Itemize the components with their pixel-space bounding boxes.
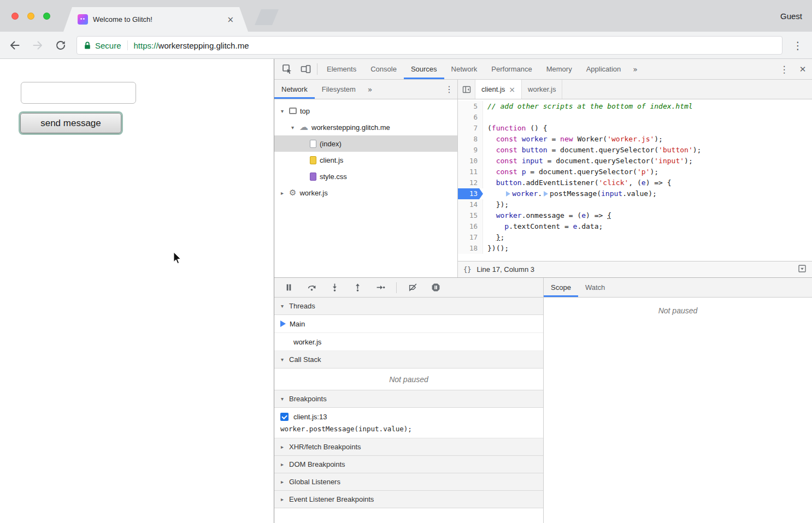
step-over-icon[interactable] bbox=[301, 280, 322, 295]
code-token: worker bbox=[522, 135, 548, 143]
code-token bbox=[487, 233, 496, 241]
navigator-more-chevron-icon[interactable]: » bbox=[363, 80, 378, 99]
threads-section-header[interactable]: ▾ Threads bbox=[274, 298, 543, 315]
line-number[interactable]: 17 bbox=[458, 232, 483, 243]
tree-item-worker.js[interactable]: ▸⚙worker.js bbox=[274, 185, 457, 201]
tree-item-style.css[interactable]: style.css bbox=[274, 168, 457, 185]
breakpoints-section-header[interactable]: ▾ Breakpoints bbox=[274, 390, 543, 408]
collapsed-arrow-icon: ▸ bbox=[279, 444, 286, 450]
forward-button[interactable] bbox=[31, 39, 44, 52]
devtools-tab-application[interactable]: Application bbox=[579, 59, 628, 79]
devtools-tab-performance[interactable]: Performance bbox=[484, 59, 539, 79]
pause-icon[interactable] bbox=[278, 280, 299, 295]
breakpoint-code-snippet[interactable]: worker.postMessage(input.value); bbox=[274, 425, 543, 433]
line-number[interactable]: 10 bbox=[458, 156, 483, 167]
code-token: ); bbox=[654, 135, 663, 143]
devtools-tab-sources[interactable]: Sources bbox=[404, 59, 444, 79]
devtools-tab-network[interactable]: Network bbox=[444, 59, 485, 79]
line-number[interactable]: 6 bbox=[458, 112, 483, 123]
window-minimize-button[interactable] bbox=[27, 13, 34, 20]
tab-close-icon[interactable]: × bbox=[227, 15, 234, 25]
editor-tab-client.js[interactable]: client.js× bbox=[475, 80, 522, 99]
url-scheme: https:// bbox=[134, 41, 158, 50]
call-stack-section-header[interactable]: ▾ Call Stack bbox=[274, 351, 543, 369]
devtools-tab-console[interactable]: Console bbox=[363, 59, 404, 79]
secure-label[interactable]: Secure bbox=[95, 41, 121, 50]
message-input[interactable] bbox=[21, 82, 136, 104]
new-tab-button[interactable] bbox=[255, 9, 279, 25]
guest-profile-label[interactable]: Guest bbox=[780, 0, 802, 32]
code-editor[interactable]: 5// add other scripts at the bottom of i… bbox=[458, 99, 812, 261]
device-toolbar-icon[interactable] bbox=[296, 59, 315, 79]
tree-item-client.js[interactable]: client.js bbox=[274, 152, 457, 168]
gear-icon: ⚙ bbox=[289, 189, 296, 197]
line-number[interactable]: 12 bbox=[458, 177, 483, 188]
tree-item-top[interactable]: ▾top bbox=[274, 103, 457, 119]
sidebar-tab-watch[interactable]: Watch bbox=[578, 278, 612, 297]
devtools-close-icon[interactable]: ✕ bbox=[793, 59, 812, 79]
thread-item-main[interactable]: Main bbox=[274, 315, 543, 333]
thread-item-worker.js[interactable]: worker.js bbox=[274, 333, 543, 351]
more-tabs-chevron-icon[interactable]: » bbox=[628, 59, 643, 79]
line-number[interactable]: 11 bbox=[458, 167, 483, 177]
code-token: .textContent = bbox=[509, 222, 573, 230]
browser-menu-icon[interactable]: ⋮ bbox=[791, 39, 804, 52]
deactivate-breakpoints-icon[interactable] bbox=[402, 280, 423, 295]
line-number[interactable]: 15 bbox=[458, 210, 483, 221]
navigator-tab-network[interactable]: Network bbox=[274, 80, 315, 99]
window-close-button[interactable] bbox=[11, 13, 19, 20]
navigator-tab-filesystem[interactable]: Filesystem bbox=[315, 80, 363, 99]
send-message-button[interactable]: send message bbox=[20, 113, 121, 133]
breakpoint-checkbox[interactable] bbox=[280, 413, 289, 421]
sidebar-tab-scope[interactable]: Scope bbox=[544, 278, 578, 297]
section-header-xhr-fetch-breakpoints[interactable]: ▸XHR/fetch Breakpoints bbox=[274, 438, 543, 456]
line-number[interactable]: 16 bbox=[458, 221, 483, 232]
url-text[interactable]: https://workerstepping.glitch.me bbox=[134, 41, 249, 50]
step-out-icon[interactable] bbox=[346, 280, 368, 295]
section-header-dom-breakpoints[interactable]: ▸DOM Breakpoints bbox=[274, 456, 543, 473]
editor-tab-worker.js[interactable]: worker.js bbox=[522, 80, 562, 99]
tree-item-workerstepping.glitch.me[interactable]: ▾☁workerstepping.glitch.me bbox=[274, 119, 457, 135]
line-number[interactable]: 8 bbox=[458, 134, 483, 145]
address-bar[interactable]: Secure https://workerstepping.glitch.me bbox=[77, 36, 782, 55]
code-line-14: 14 }); bbox=[458, 199, 812, 210]
code-token: }); bbox=[487, 200, 509, 209]
close-tab-icon[interactable]: × bbox=[509, 85, 515, 94]
devtools-tab-memory[interactable]: Memory bbox=[539, 59, 579, 79]
browser-tab[interactable]: Welcome to Glitch! × bbox=[63, 7, 248, 32]
devtools-menu-icon[interactable]: ⋮ bbox=[775, 59, 793, 79]
expanded-arrow-icon[interactable]: ▾ bbox=[279, 108, 286, 114]
breakpoint-line-number[interactable]: 13 bbox=[458, 188, 483, 199]
breakpoint-location-label[interactable]: client.js:13 bbox=[293, 413, 327, 421]
inspect-element-icon[interactable] bbox=[278, 59, 296, 79]
pause-on-exceptions-icon[interactable] bbox=[425, 280, 446, 295]
toolbar-separator bbox=[396, 282, 397, 293]
back-button[interactable] bbox=[8, 39, 21, 52]
inline-breakpoint-marker-icon[interactable] bbox=[544, 191, 548, 197]
step-icon[interactable] bbox=[369, 280, 391, 295]
inline-breakpoint-marker-icon[interactable] bbox=[506, 191, 510, 197]
browser-toolbar: Secure https://workerstepping.glitch.me … bbox=[0, 32, 812, 59]
line-number[interactable]: 5 bbox=[458, 101, 483, 112]
reload-button[interactable] bbox=[54, 39, 67, 52]
expanded-arrow-icon[interactable]: ▾ bbox=[289, 124, 296, 130]
code-token: ); bbox=[650, 168, 658, 176]
collapsed-arrow-icon[interactable]: ▸ bbox=[279, 190, 286, 196]
section-header-event-listener-breakpoints[interactable]: ▸Event Listener Breakpoints bbox=[274, 491, 543, 508]
code-token: })(); bbox=[487, 244, 509, 252]
navigator-menu-icon[interactable]: ⋮ bbox=[441, 80, 457, 99]
line-number[interactable]: 18 bbox=[458, 243, 483, 254]
step-into-icon[interactable] bbox=[323, 280, 345, 295]
code-token: input bbox=[601, 189, 622, 198]
line-number[interactable]: 14 bbox=[458, 199, 483, 210]
tree-item--index-[interactable]: (index) bbox=[274, 135, 457, 152]
line-number[interactable]: 9 bbox=[458, 145, 483, 156]
expand-sidebar-icon[interactable] bbox=[798, 264, 807, 275]
line-number[interactable]: 7 bbox=[458, 123, 483, 134]
code-token: e bbox=[642, 179, 646, 187]
devtools-tab-elements[interactable]: Elements bbox=[320, 59, 363, 79]
window-maximize-button[interactable] bbox=[43, 13, 50, 20]
pretty-print-icon[interactable]: {} bbox=[463, 266, 471, 274]
section-header-global-listeners[interactable]: ▸Global Listeners bbox=[274, 473, 543, 491]
toggle-navigator-icon[interactable] bbox=[458, 80, 475, 99]
